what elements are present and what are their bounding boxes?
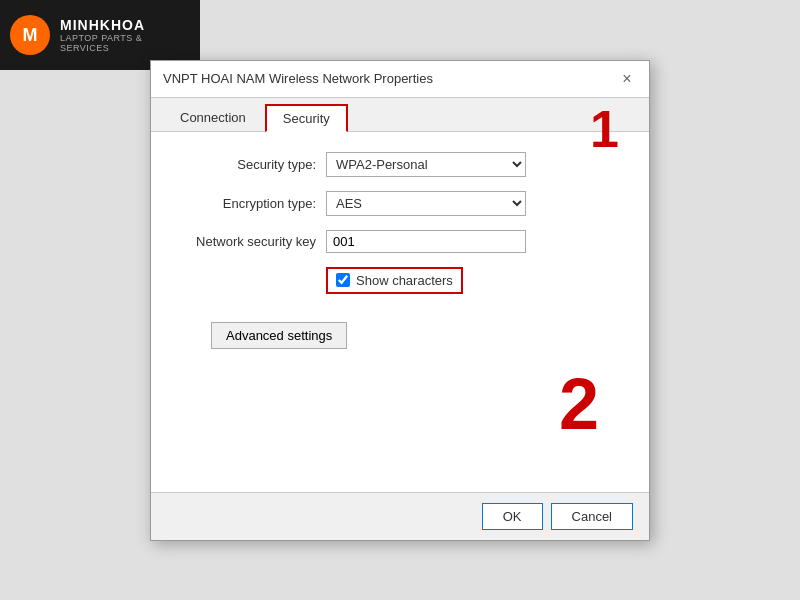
network-key-control xyxy=(326,230,619,253)
security-type-label: Security type: xyxy=(181,157,326,172)
close-button[interactable]: × xyxy=(617,69,637,89)
dialog-title: VNPT HOAI NAM Wireless Network Propertie… xyxy=(163,71,433,86)
network-key-label: Network security key xyxy=(181,234,326,249)
advanced-section: Advanced settings xyxy=(181,302,619,359)
tab-security[interactable]: Security xyxy=(265,104,348,132)
show-characters-row: Show characters xyxy=(326,267,619,294)
brand-text: MINHKHOA LAPTOP PARTS & SERVICES xyxy=(60,17,190,53)
brand-logo: M xyxy=(10,15,50,55)
brand-subtitle: LAPTOP PARTS & SERVICES xyxy=(60,33,190,53)
ok-button[interactable]: OK xyxy=(482,503,543,530)
encryption-type-label: Encryption type: xyxy=(181,196,326,211)
dialog-titlebar: VNPT HOAI NAM Wireless Network Propertie… xyxy=(151,61,649,98)
dialog-content: Security type: WPA2-Personal Encryption … xyxy=(151,132,649,492)
network-key-input[interactable] xyxy=(326,230,526,253)
cancel-button[interactable]: Cancel xyxy=(551,503,633,530)
network-properties-dialog: VNPT HOAI NAM Wireless Network Propertie… xyxy=(150,60,650,541)
security-type-control: WPA2-Personal xyxy=(326,152,619,177)
encryption-type-select[interactable]: AES xyxy=(326,191,526,216)
brand-name: MINHKHOA xyxy=(60,17,190,33)
show-characters-checkbox[interactable] xyxy=(336,273,350,287)
encryption-type-control: AES xyxy=(326,191,619,216)
dialog-footer: OK Cancel xyxy=(151,492,649,540)
advanced-settings-button[interactable]: Advanced settings xyxy=(211,322,347,349)
annotation-one: 1 xyxy=(590,103,619,155)
tab-connection[interactable]: Connection xyxy=(163,104,263,131)
encryption-type-row: Encryption type: AES xyxy=(181,191,619,216)
network-key-row: Network security key xyxy=(181,230,619,253)
security-type-select[interactable]: WPA2-Personal xyxy=(326,152,526,177)
tab-bar: Connection Security xyxy=(151,98,649,132)
show-characters-label[interactable]: Show characters xyxy=(356,273,453,288)
annotation-two: 2 xyxy=(559,368,599,440)
security-type-row: Security type: WPA2-Personal xyxy=(181,152,619,177)
show-characters-wrapper: Show characters xyxy=(326,267,463,294)
